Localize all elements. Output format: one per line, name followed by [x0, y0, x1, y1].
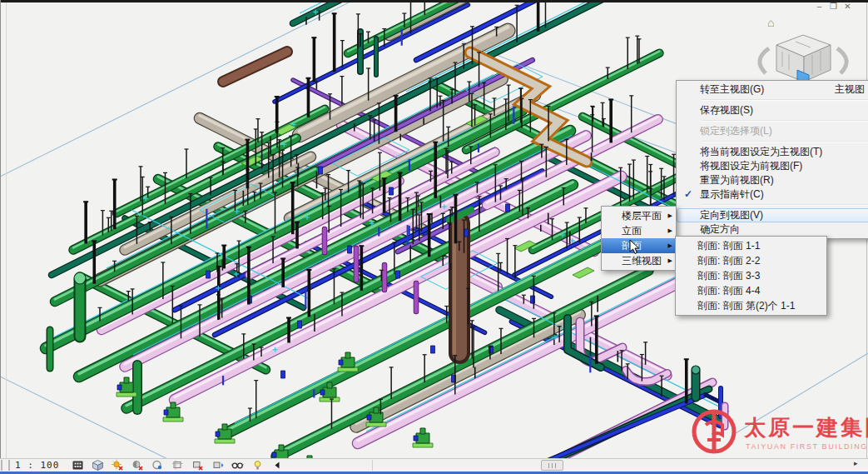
close-button[interactable]: ✕: [841, 2, 855, 11]
menu-separator: [702, 120, 868, 121]
menu-item-reset-to-front[interactable]: 重置为前视图(R): [677, 173, 868, 187]
menu-item-label: 重置为前视图(R): [700, 174, 774, 186]
menu-item-label: 定向到视图(V): [700, 209, 763, 221]
menu-item-set-view-as-front[interactable]: 将视图设定为前视图(F): [677, 159, 868, 173]
submenu-arrow-icon: ▶: [668, 223, 672, 238]
menu-item-determine-orientation[interactable]: 确定方向: [677, 222, 868, 237]
menu-item-label: 剖面: 剖面 2-2: [697, 255, 760, 267]
watermark-logo: [689, 407, 741, 458]
menu-separator: [702, 99, 868, 100]
watermark: 太原一建集团 TAIYUAN FIRST BUILDING GROUP: [689, 407, 868, 458]
scrollbar-divider: [372, 460, 373, 471]
viewcube-rotate-right-arrow[interactable]: [837, 48, 846, 73]
menu-item-orient-to-view[interactable]: 定向到视图(V): [677, 208, 868, 222]
window-controls: –❐✕: [812, 2, 855, 11]
menu-item-show-compass[interactable]: ✓显示指南针(C): [677, 187, 868, 202]
submenu-item-section-2nd-1-1[interactable]: 剖面: 剖面 第(2)个 1-1: [676, 298, 826, 313]
menu-item-label: 三维视图: [622, 255, 662, 267]
submenu-arrow-icon: ▶: [668, 208, 672, 223]
submenu-item-section-1-1[interactable]: 剖面: 剖面 1-1: [676, 238, 826, 253]
menu-item-go-to-home-view[interactable]: 主视图转至主视图(G): [677, 82, 868, 97]
submenu-item-section-4-4[interactable]: 剖面: 剖面 4-4: [676, 283, 826, 298]
view-context-menu: 主视图转至主视图(G)保存视图(S)锁定到选择项(L)将当前视图设定为主视图(T…: [676, 80, 868, 239]
temporary-hide-isolate-icon[interactable]: [231, 459, 244, 472]
watermark-subtitle: TAIYUAN FIRST BUILDING GROUP: [746, 442, 868, 451]
menu-item-label: 确定方向: [700, 223, 740, 235]
shadows-icon[interactable]: [131, 459, 144, 472]
minimize-button[interactable]: –: [812, 2, 826, 11]
orient-to-view-submenu: 楼层平面▶立面▶剖面▶三维视图▶: [601, 206, 677, 271]
rendering-icon[interactable]: [151, 459, 164, 472]
watermark-title: 太原一建集团: [744, 413, 868, 442]
statusbar-grip: [1, 460, 10, 471]
view-control-icons: [72, 459, 284, 472]
home-icon[interactable]: ⌂: [767, 16, 774, 29]
window-top-edge: [0, 0, 868, 2]
submenu-item-section-2-2[interactable]: 剖面: 剖面 2-2: [676, 253, 826, 268]
menu-item-label: 显示指南针(C): [700, 188, 764, 200]
detail-level-icon[interactable]: [72, 459, 84, 472]
lock-3d-view-icon[interactable]: [211, 459, 224, 472]
menu-item-right-label: 主视图: [835, 82, 865, 97]
window-left-edge: [0, 0, 1, 474]
submenu-item-floor-plans[interactable]: 楼层平面▶: [602, 208, 676, 223]
submenu-arrow-icon: ▶: [668, 238, 672, 253]
crop-view-icon[interactable]: [171, 459, 184, 472]
submenu-item-section-3-3[interactable]: 剖面: 剖面 3-3: [676, 268, 826, 283]
menu-separator: [702, 204, 868, 205]
crop-region-icon[interactable]: [191, 459, 204, 472]
menu-item-label: 转至主视图(G): [700, 83, 764, 95]
view-control-bar: 1 : 100 ▸: [0, 458, 868, 472]
application-window: –❐✕ ⌂ 太原一建集团 TAIYUAN FIRST BUILDING GROU…: [0, 0, 868, 474]
window-left-edge-inner: [6, 2, 7, 459]
menu-separator: [702, 141, 868, 142]
menu-item-label: 楼层平面: [622, 210, 662, 222]
visual-style-icon[interactable]: [92, 459, 104, 472]
restore-button[interactable]: ❐: [826, 2, 841, 11]
sections-submenu: 剖面: 剖面 1-1剖面: 剖面 2-2剖面: 剖面 3-3剖面: 剖面 4-4…: [675, 236, 827, 316]
menu-item-label: 保存视图(S): [700, 104, 753, 116]
sun-path-icon[interactable]: [112, 459, 124, 472]
scrollbar-right-arrow[interactable]: ▸: [854, 459, 858, 467]
menu-item-label: 剖面: 剖面 3-3: [697, 270, 760, 282]
submenu-item-elevations[interactable]: 立面▶: [602, 223, 676, 238]
checkmark-icon: ✓: [680, 187, 697, 202]
horizontal-scrollbar-thumb[interactable]: [541, 460, 563, 471]
menu-item-label: 锁定到选择项(L): [700, 125, 772, 137]
menu-item-label: 立面: [622, 225, 642, 237]
menu-item-label: 剖面: 剖面 第(2)个 1-1: [697, 300, 795, 312]
menu-item-label: 剖面: 剖面 4-4: [697, 285, 760, 297]
submenu-arrow-icon: ▶: [668, 253, 672, 268]
menu-item-lock-to-selection[interactable]: 锁定到选择项(L): [677, 124, 868, 138]
view-scale-button[interactable]: 1 : 100: [15, 460, 59, 471]
reveal-hidden-icon[interactable]: [251, 459, 264, 472]
viewcube[interactable]: ⌂: [747, 8, 864, 92]
menu-item-label: 剖面: 剖面 1-1: [697, 240, 760, 252]
menu-item-label: 将当前视图设定为主视图(T): [700, 146, 822, 157]
viewcube-rotate-left-arrow[interactable]: [760, 48, 769, 73]
menu-item-label: 将视图设定为前视图(F): [700, 160, 802, 172]
mouse-cursor: [629, 239, 641, 256]
menu-item-save-view[interactable]: 保存视图(S): [677, 103, 868, 117]
collapse-arrow-icon[interactable]: [271, 459, 284, 472]
menu-item-set-current-view-as-home[interactable]: 将当前视图设定为主视图(T): [677, 145, 868, 159]
